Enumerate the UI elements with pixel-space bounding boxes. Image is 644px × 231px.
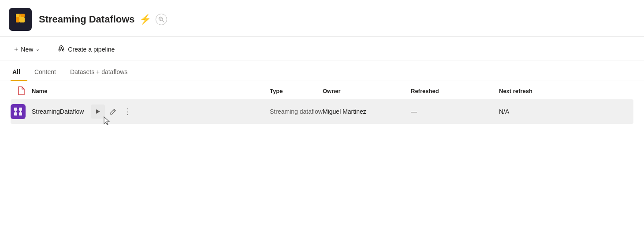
play-button[interactable] — [91, 104, 105, 119]
svg-marker-17 — [96, 109, 100, 114]
col-header-next-refresh: Next refresh — [499, 88, 633, 94]
new-label: New — [21, 46, 33, 53]
row-icon-col — [11, 104, 32, 119]
svg-point-8 — [61, 47, 62, 48]
row-actions: ⋮ — [91, 104, 135, 119]
edit-button[interactable] — [106, 104, 120, 119]
app-icon — [9, 8, 32, 31]
row-name-and-actions: StreamingDataflow — [32, 104, 270, 119]
row-type: Streaming dataflow — [270, 108, 323, 115]
more-icon: ⋮ — [124, 108, 132, 116]
col-header-name: Name — [32, 88, 270, 94]
page-title: Streaming Dataflows — [39, 14, 135, 25]
col-header-owner: Owner — [323, 88, 411, 94]
more-options-button[interactable]: ⋮ — [121, 104, 135, 119]
svg-rect-10 — [19, 108, 22, 111]
lightning-icon: ⚡ — [139, 14, 151, 25]
col-header-type: Type — [270, 88, 323, 94]
header-title-area: Streaming Dataflows ⚡ — [39, 14, 167, 25]
play-button-container — [91, 104, 105, 119]
col-header-refreshed: Refreshed — [411, 88, 499, 94]
app-icon-symbol — [14, 11, 27, 28]
tab-all[interactable]: All — [11, 62, 27, 81]
table-header: Name Type Owner Refreshed Next refresh — [11, 81, 633, 99]
new-plus-icon: + — [14, 45, 18, 53]
pipeline-label: Create a pipeline — [68, 46, 115, 53]
svg-point-7 — [160, 18, 161, 19]
header: Streaming Dataflows ⚡ — [0, 0, 644, 37]
app-logo-svg — [14, 11, 27, 25]
row-next-refresh: N/A — [499, 108, 633, 115]
tabs-container: All Content Datasets + dataflows — [0, 62, 644, 81]
toolbar: + New ⌄ Create a pipeline — [0, 37, 644, 60]
svg-rect-3 — [16, 17, 19, 22]
tab-content[interactable]: Content — [33, 62, 63, 81]
dataflow-icon — [11, 104, 26, 119]
table-container: Name Type Owner Refreshed Next refresh — [0, 81, 644, 124]
pipeline-icon — [57, 45, 65, 54]
svg-line-6 — [162, 20, 164, 22]
col-header-icon — [11, 86, 32, 95]
row-refreshed: — — [411, 108, 499, 115]
svg-rect-11 — [14, 112, 17, 116]
svg-rect-12 — [19, 112, 22, 116]
row-owner: Miguel Martinez — [323, 108, 411, 115]
tab-datasets-dataflows[interactable]: Datasets + dataflows — [68, 62, 134, 81]
create-pipeline-button[interactable]: Create a pipeline — [54, 43, 118, 56]
new-dropdown-icon: ⌄ — [36, 46, 40, 52]
table-row: StreamingDataflow — [11, 99, 633, 124]
settings-search-icon[interactable] — [156, 14, 167, 25]
svg-rect-9 — [14, 108, 17, 111]
row-name: StreamingDataflow — [32, 108, 84, 115]
new-button[interactable]: + New ⌄ — [11, 44, 43, 55]
